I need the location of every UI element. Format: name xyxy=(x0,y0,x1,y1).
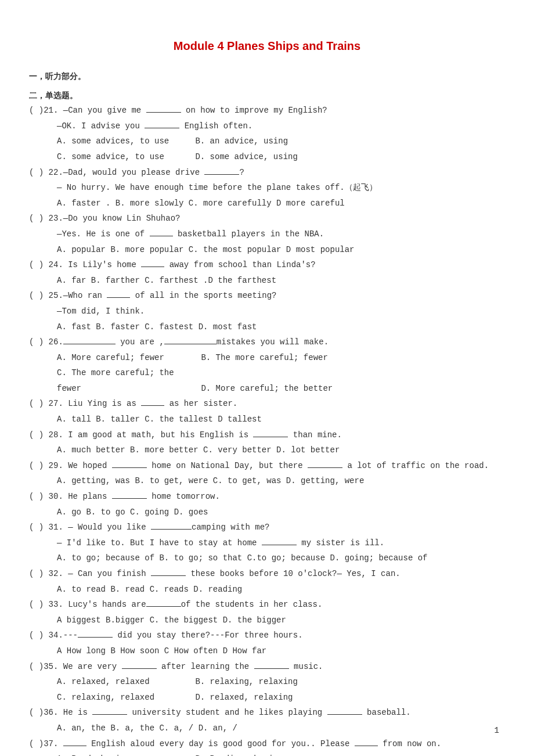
q31-line2: — I'd like to. But I have to stay at hom… xyxy=(29,535,505,551)
q23-line2b: basketball players in the NBA. xyxy=(173,229,324,239)
q37-line1b: from now on. xyxy=(378,739,441,748)
question-31: ( ) 31. — Would you like camping with me… xyxy=(29,520,505,535)
blank-icon xyxy=(164,337,217,345)
q31-line2a: — I'd like to. But I have to stay at hom… xyxy=(57,538,262,548)
q26-line1a: ( ) 26. xyxy=(29,337,63,347)
question-32: ( ) 32. — Can you finish these books bef… xyxy=(29,566,505,582)
q29-line1a: ( ) 29. We hoped xyxy=(29,461,112,470)
q21-options-row1: A. some advices, to use B. an advice, us… xyxy=(29,134,505,149)
blank-icon xyxy=(150,228,173,236)
q21-line2: —OK. I advise you English often. xyxy=(29,118,505,134)
blank-icon xyxy=(78,630,113,638)
blank-icon xyxy=(112,460,147,468)
q21-line1a: ( )21. —Can you give me xyxy=(29,106,146,115)
blank-icon xyxy=(146,105,181,113)
question-30: ( ) 30. He plans home tomorrow. xyxy=(29,489,505,505)
q21-line2b: English often. xyxy=(179,121,252,131)
q21-line1b: on how to improve my English? xyxy=(181,106,327,115)
question-35: ( )35. We are very after learning the mu… xyxy=(29,659,505,675)
q21-optA: A. some advices, to use xyxy=(57,134,190,149)
q31-line1b: camping with me? xyxy=(192,523,269,532)
q23-line2: —Yes. He is one of basketball players in… xyxy=(29,226,505,242)
q24-line1b: away from school than Linda's? xyxy=(164,260,315,269)
question-28: ( ) 28. I am good at math, but his Engli… xyxy=(29,427,505,443)
q35-line1b: music. xyxy=(289,662,323,671)
q26-optD: D. More careful; the better xyxy=(201,384,333,393)
question-22: ( ) 22.—Dad, would you please drive ? xyxy=(29,165,505,181)
q36-line1a: ( )36. He is xyxy=(29,708,92,717)
q31-options: A. to go; because of B. to go; so that C… xyxy=(29,550,505,566)
q23-line2a: —Yes. He is one of xyxy=(57,229,150,239)
q26-optC: C. The more careful; the fewer xyxy=(57,365,196,396)
question-34: ( ) 34.--- did you stay there?---For thr… xyxy=(29,628,505,643)
blank-icon xyxy=(327,707,362,715)
q35-optB: B. relaxing, relaxing xyxy=(195,677,297,686)
question-26: ( ) 26. you are ,mistakes you will make. xyxy=(29,334,505,350)
blank-icon xyxy=(262,537,297,545)
q35-optD: D. relaxed, relaxing xyxy=(195,693,293,702)
q25-line1a: ( ) 25.—Who ran xyxy=(29,291,107,300)
q35-optC: C. relaxing, relaxed xyxy=(57,690,190,705)
blank-icon xyxy=(92,707,127,715)
question-36: ( )36. He is university student and he l… xyxy=(29,705,505,721)
question-23-line1: ( ) 23.—Do you know Lin Shuhao? xyxy=(29,211,505,226)
q33-line1a: ( ) 33. Lucy's hands are xyxy=(29,600,146,609)
question-24: ( ) 24. Is Lily's home away from school … xyxy=(29,257,505,273)
q30-line1a: ( ) 30. He plans xyxy=(29,492,112,501)
q26-optB: B. The more careful; fewer xyxy=(201,353,327,362)
q21-optB: B. an advice, using xyxy=(195,136,288,146)
q34-line1b: did you stay there?---For three hours. xyxy=(113,631,303,640)
q28-options: A. much better B. more better C. very be… xyxy=(29,442,505,458)
question-21: ( )21. —Can you give me on how to improv… xyxy=(29,103,505,118)
q23-options: A. popular B. more popular C. the most p… xyxy=(29,242,505,258)
blank-icon xyxy=(141,398,164,406)
q33-options: A biggest B.bigger C. the biggest D. the… xyxy=(29,613,505,628)
q36-options: A. an, the B. a, the C. a, / D. an, / xyxy=(29,721,505,736)
q25-line2: —Tom did, I think. xyxy=(29,304,505,319)
q35-optA: A. relaxed, relaxed xyxy=(57,674,190,690)
q26-line1m: you are , xyxy=(116,337,164,347)
q37-options-row1: A. Read, begin B. Reading, begin xyxy=(29,751,505,756)
q22-options: A. faster . B. more slowly C. more caref… xyxy=(29,196,505,211)
q32-line1b: these books before 10 o'clock?— Yes, I c… xyxy=(186,569,400,578)
blank-icon xyxy=(308,460,342,468)
q29-line1m: home on National Day, but there xyxy=(147,461,308,470)
q26-options-row1: A. More careful; fewer B. The more caref… xyxy=(29,350,505,366)
q25-options: A. fast B. faster C. fastest D. most fas… xyxy=(29,319,505,335)
q22-line2: — No hurry. We have enough time before t… xyxy=(29,180,505,196)
section-1-heading: 一，听力部分。 xyxy=(29,69,505,84)
q26-line1b: mistakes you will make. xyxy=(217,337,329,347)
blank-icon xyxy=(146,599,181,607)
blank-icon xyxy=(145,120,179,128)
blank-icon xyxy=(112,491,147,499)
page-number: 1 xyxy=(495,723,499,739)
q31-line1a: ( ) 31. — Would you like xyxy=(29,523,151,532)
blank-icon xyxy=(107,290,130,298)
blank-icon xyxy=(141,260,164,268)
q36-line1m: university student and he likes playing xyxy=(127,708,327,717)
blank-icon xyxy=(151,522,192,530)
q37-line1m: English aloud every day is good good for… xyxy=(86,739,355,748)
blank-icon xyxy=(63,738,86,746)
q32-options: A. to read B. read C. reads D. reading xyxy=(29,582,505,597)
q35-line1a: ( )35. We are very xyxy=(29,662,122,671)
q34-options: A How long B How soon C How often D How … xyxy=(29,643,505,659)
q21-optC: C. some advice, to use xyxy=(57,149,190,165)
q32-line1a: ( ) 32. — Can you finish xyxy=(29,569,151,578)
question-37: ( )37. English aloud every day is good g… xyxy=(29,736,505,752)
q21-options-row2: C. some advice, to use D. some advice, u… xyxy=(29,149,505,165)
blank-icon xyxy=(122,661,157,669)
q22-line1b: ? xyxy=(239,168,244,177)
q35-options-row2: C. relaxing, relaxed D. relaxed, relaxin… xyxy=(29,690,505,705)
q33-line1b: of the students in her class. xyxy=(181,600,323,609)
q35-line1m: after learning the xyxy=(157,662,254,671)
blank-icon xyxy=(254,661,289,669)
q25-line1b: of all in the sports meeting? xyxy=(130,291,276,300)
q28-line1a: ( ) 28. I am good at math, but his Engli… xyxy=(29,430,253,440)
question-29: ( ) 29. We hoped home on National Day, b… xyxy=(29,458,505,474)
question-33: ( ) 33. Lucy's hands areof the students … xyxy=(29,597,505,613)
document-title: Module 4 Planes Ships and Trains xyxy=(29,35,505,57)
q24-line1a: ( ) 24. Is Lily's home xyxy=(29,260,141,269)
q36-line1b: baseball. xyxy=(362,708,411,717)
question-27: ( ) 27. Liu Ying is as as her sister. xyxy=(29,396,505,412)
